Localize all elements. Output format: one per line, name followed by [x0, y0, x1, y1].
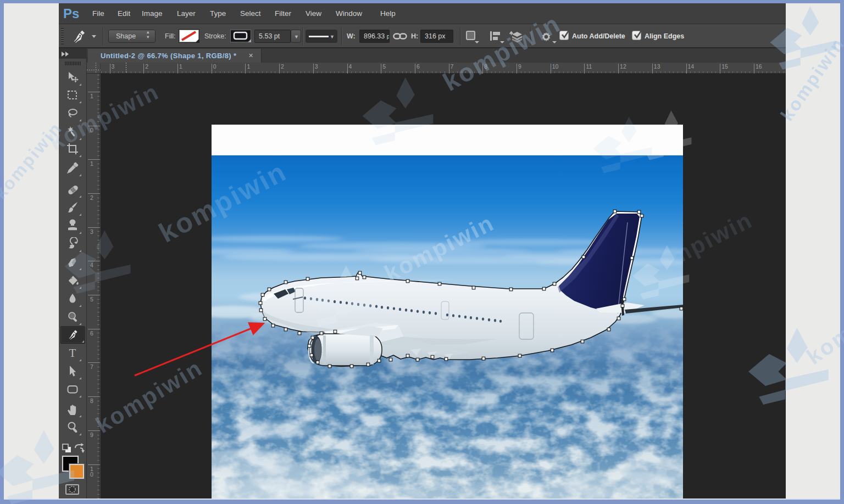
svg-text:T: T	[69, 346, 76, 360]
